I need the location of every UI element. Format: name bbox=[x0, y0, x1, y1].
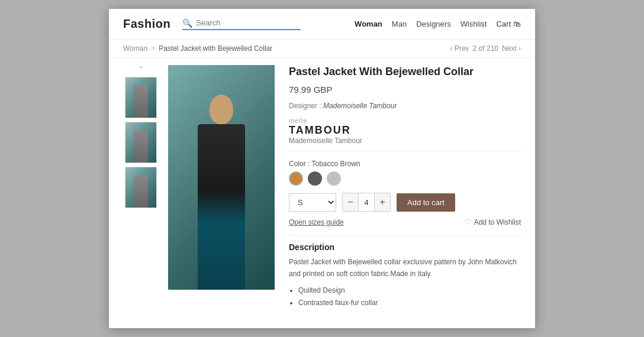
thumbnail-img-2 bbox=[125, 122, 156, 163]
thumbnail-2[interactable] bbox=[125, 122, 157, 163]
add-to-cart-row: XS S M L XL − + Add to cart bbox=[289, 193, 521, 212]
thumb-up-button[interactable]: ⌃ bbox=[138, 65, 144, 73]
color-label: Color : Tobacco Brown bbox=[289, 160, 521, 168]
product-price: 79.99 GBP bbox=[289, 85, 521, 95]
search-icon: 🔍 bbox=[182, 18, 192, 28]
brand-melle: melle bbox=[289, 117, 521, 124]
thumb-figure-2 bbox=[134, 130, 148, 163]
brand-full-name: Mademoiselle Tambour bbox=[289, 137, 521, 145]
thumbnail-img-3 bbox=[125, 167, 156, 208]
figure-head bbox=[210, 95, 233, 124]
color-section: Color : Tobacco Brown bbox=[289, 160, 521, 186]
feature-item-1: Quilted Design bbox=[298, 284, 521, 297]
brand-tambour: TAMBOUR bbox=[289, 124, 521, 137]
wishlist-label: Add to Wishlist bbox=[474, 218, 521, 226]
thumb-figure-1 bbox=[134, 85, 148, 118]
add-to-cart-button[interactable]: Add to cart bbox=[397, 193, 455, 212]
product-title: Pastel Jacket With Bejewelled Collar bbox=[289, 65, 521, 79]
description-title: Description bbox=[289, 242, 521, 252]
logo: Fashion bbox=[123, 17, 170, 31]
designer-row: Designer : Mademoiselle Tambour bbox=[289, 102, 521, 110]
designer-name[interactable]: Mademoiselle Tambour bbox=[323, 102, 397, 110]
pagination-info: 2 of 210 bbox=[473, 44, 498, 53]
breadcrumb-current: Pastel Jacket with Bejewelled Collar bbox=[159, 44, 272, 53]
nav-item-woman[interactable]: Woman bbox=[355, 20, 382, 28]
nav-item-designers[interactable]: Designers bbox=[416, 20, 451, 28]
swatch-light-grey[interactable] bbox=[327, 171, 341, 186]
quantity-input[interactable] bbox=[358, 193, 375, 211]
breadcrumb-bar: Woman > Pastel Jacket with Bejewelled Co… bbox=[109, 40, 535, 58]
quantity-decrease[interactable]: − bbox=[343, 193, 358, 211]
search-input[interactable] bbox=[196, 18, 301, 27]
content-area: ⌃ bbox=[109, 58, 535, 317]
color-swatches bbox=[289, 171, 521, 186]
quantity-increase[interactable]: + bbox=[375, 193, 390, 211]
search-box: 🔍 bbox=[182, 18, 301, 30]
cart-icon: 🛍 bbox=[513, 20, 521, 28]
sizes-guide-link[interactable]: Open sizes guide bbox=[289, 218, 344, 226]
feature-item-2: Contrasted faux-fur collar bbox=[298, 297, 521, 310]
next-button[interactable]: Next › bbox=[502, 44, 521, 53]
thumbnail-3[interactable] bbox=[125, 167, 157, 208]
color-name: Tobacco Brown bbox=[311, 160, 360, 168]
swatch-dark-grey[interactable] bbox=[308, 171, 322, 186]
main-window: Fashion 🔍 Woman Man Designers Wishlist C… bbox=[109, 9, 535, 328]
thumbnail-img-1 bbox=[125, 77, 156, 118]
cart-label: Cart bbox=[496, 20, 511, 28]
designer-label: Designer : bbox=[289, 102, 321, 110]
main-figure bbox=[195, 89, 248, 290]
pagination: ‹ Prev 2 of 210 Next › bbox=[450, 44, 521, 53]
figure-body bbox=[198, 124, 245, 290]
description-section: Description Pastel Jacket with Bejewelle… bbox=[289, 235, 521, 310]
prev-button[interactable]: ‹ Prev bbox=[450, 44, 469, 53]
size-select[interactable]: XS S M L XL bbox=[289, 193, 336, 212]
nav-item-wishlist[interactable]: Wishlist bbox=[461, 20, 487, 28]
thumb-figure-3 bbox=[134, 175, 148, 208]
brand-block: melle TAMBOUR Mademoiselle Tambour bbox=[289, 117, 521, 151]
add-to-wishlist-button[interactable]: ♡ Add to Wishlist bbox=[465, 218, 521, 226]
breadcrumb-separator: > bbox=[151, 44, 155, 53]
quantity-control: − + bbox=[342, 193, 391, 212]
cart-button[interactable]: Cart 🛍 bbox=[496, 20, 521, 28]
header: Fashion 🔍 Woman Man Designers Wishlist C… bbox=[109, 9, 535, 40]
description-text: Pastel Jacket with Bejewelled collar exc… bbox=[289, 257, 521, 279]
breadcrumb-home[interactable]: Woman bbox=[123, 44, 147, 53]
wishlist-row: Open sizes guide ♡ Add to Wishlist bbox=[289, 218, 521, 226]
main-nav: Woman Man Designers Wishlist Cart 🛍 bbox=[355, 20, 521, 28]
thumbnail-panel: ⌃ bbox=[123, 65, 159, 310]
features-list: Quilted Design Contrasted faux-fur colla… bbox=[289, 284, 521, 310]
swatch-tobacco-brown[interactable] bbox=[289, 171, 303, 186]
main-product-image bbox=[168, 65, 275, 290]
thumbnail-1[interactable] bbox=[125, 77, 157, 118]
heart-icon: ♡ bbox=[465, 218, 472, 226]
nav-item-man[interactable]: Man bbox=[392, 20, 407, 28]
product-details: Pastel Jacket With Bejewelled Collar 79.… bbox=[284, 65, 521, 310]
